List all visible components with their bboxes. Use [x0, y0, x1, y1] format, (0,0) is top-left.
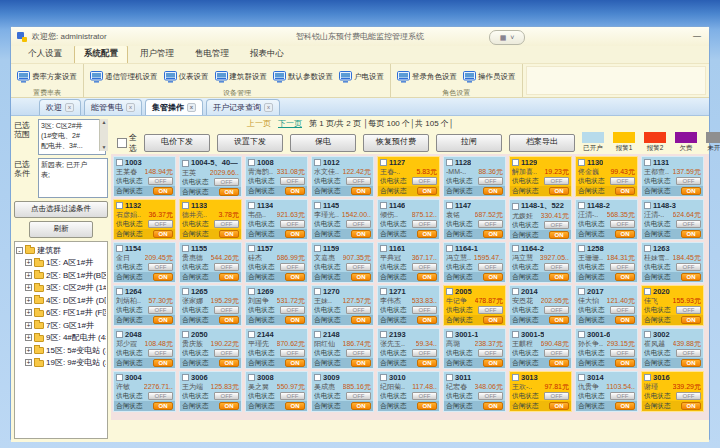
supply-off-button[interactable]: OFF: [148, 349, 173, 357]
meter-card[interactable]: 3001-6 孙长争.. 293.15元 供电状态 OFF: [575, 328, 638, 369]
meter-card[interactable]: 1157 硅杰 686.99元 供电状态 OFF 合闸状态: [245, 242, 308, 283]
supply-off-button[interactable]: OFF: [346, 306, 371, 314]
switch-on-button[interactable]: ON: [285, 230, 305, 238]
meter-card[interactable]: 1134 韦晶.. 921.63元 供电状态 OFF 合闸状: [245, 199, 308, 240]
document-tab[interactable]: 能管售电 x: [84, 99, 142, 115]
meter-card[interactable]: 2144 平瑾先 870.62元 供电状态 OFF 合闸状态: [245, 328, 308, 369]
switch-on-button[interactable]: ON: [285, 273, 305, 281]
meter-card[interactable]: 1130 佟金巍 99.43元 供电状态 OFF 合闸状态: [575, 156, 638, 197]
meter-card[interactable]: 1148-3 汪清-.. 624.64元 供电状态 OFF: [641, 199, 704, 240]
supply-off-button[interactable]: OFF: [214, 220, 239, 228]
card-checkbox[interactable]: [512, 203, 519, 210]
card-checkbox[interactable]: [314, 202, 321, 209]
card-checkbox[interactable]: [578, 159, 585, 166]
switch-on-button[interactable]: ON: [417, 402, 437, 410]
ribbon-button[interactable]: 默认参数设置: [270, 69, 336, 85]
supply-off-button[interactable]: OFF: [610, 177, 635, 185]
meter-card[interactable]: 1264 刘炳柏.. 57.30元 供电状态 OFF 合闸状: [113, 285, 176, 326]
supply-off-button[interactable]: OFF: [544, 263, 569, 271]
supply-off-button[interactable]: OFF: [214, 263, 239, 271]
meter-card[interactable]: 1258 王珊珊.. 184.31元 供电状态 OFF 合闸: [575, 242, 638, 283]
filter-select-button[interactable]: 点击选择过滤条件: [14, 201, 108, 218]
action-button[interactable]: 恢复预付费: [363, 134, 429, 152]
switch-on-button[interactable]: ON: [681, 230, 701, 238]
switch-on-button[interactable]: ON: [417, 187, 437, 195]
card-checkbox[interactable]: [314, 331, 321, 338]
document-tab[interactable]: 欢迎 x: [39, 99, 81, 115]
listbox-scrollbar[interactable]: ▲ ▼: [99, 119, 108, 151]
card-checkbox[interactable]: [182, 202, 189, 209]
supply-off-button[interactable]: OFF: [412, 392, 437, 400]
switch-on-button[interactable]: ON: [351, 316, 371, 324]
card-checkbox[interactable]: [380, 288, 387, 295]
meter-card[interactable]: 1128 -MM-.. 88.36元 供电状态 OFF 合闸: [443, 156, 506, 197]
card-checkbox[interactable]: [116, 331, 123, 338]
action-button[interactable]: 电价下发: [144, 134, 210, 152]
meter-card[interactable]: 1269 刘国争 531.72元 供电状态 OFF 合闸状态: [245, 285, 308, 326]
switch-on-button[interactable]: ON: [219, 273, 239, 281]
supply-off-button[interactable]: OFF: [346, 392, 371, 400]
switch-on-button[interactable]: ON: [615, 230, 635, 238]
switch-on-button[interactable]: ON: [417, 230, 437, 238]
switch-on-button[interactable]: ON: [483, 359, 503, 367]
ribbon-button[interactable]: 通信管理机设置: [87, 69, 161, 85]
switch-on-button[interactable]: ON: [549, 273, 569, 281]
tree-expand-icon[interactable]: +: [25, 359, 32, 366]
switch-on-button[interactable]: ON: [351, 187, 371, 195]
card-checkbox[interactable]: [380, 159, 387, 166]
card-checkbox[interactable]: [314, 245, 321, 252]
card-checkbox[interactable]: [248, 288, 255, 295]
tree-expand-icon[interactable]: +: [25, 259, 32, 266]
close-icon[interactable]: x: [65, 103, 74, 112]
document-tab[interactable]: 集管操作 x: [145, 99, 203, 115]
switch-on-button[interactable]: ON: [681, 316, 701, 324]
supply-off-button[interactable]: OFF: [676, 263, 701, 271]
switch-on-button[interactable]: ON: [285, 316, 305, 324]
supply-off-button[interactable]: OFF: [478, 220, 503, 228]
supply-off-button[interactable]: OFF: [676, 220, 701, 228]
switch-on-button[interactable]: ON: [219, 316, 239, 324]
meter-card[interactable]: 3001-5 王麒程 690.48元 供电状态 OFF 合闸: [509, 328, 572, 369]
switch-on-button[interactable]: ON: [549, 316, 569, 324]
supply-off-button[interactable]: OFF: [544, 392, 569, 400]
tree-expand-icon[interactable]: +: [25, 322, 32, 329]
menu-tab[interactable]: 用户管理: [131, 46, 183, 63]
action-button[interactable]: 保电: [290, 134, 356, 152]
meter-card[interactable]: 1164-1 冯立慧.. 1595.47.. 供电状态 OFF: [443, 242, 506, 283]
meter-card[interactable]: 3009 吴成惠 885.16元 供电状态 OFF 合闸状态: [311, 371, 374, 412]
card-checkbox[interactable]: [182, 331, 189, 338]
card-checkbox[interactable]: [116, 202, 123, 209]
switch-on-button[interactable]: ON: [219, 188, 239, 196]
meter-card[interactable]: 1133 德井亮.. 3.78元 供电状态 OFF 合闸状态: [179, 199, 242, 240]
card-checkbox[interactable]: [644, 331, 651, 338]
supply-off-button[interactable]: OFF: [148, 220, 173, 228]
switch-on-button[interactable]: ON: [219, 402, 239, 410]
meter-card[interactable]: 1265 张家娜 195.29元 供电状态 OFF 合闸状态: [179, 285, 242, 326]
ribbon-toggle-pill[interactable]: ▦ ˅: [489, 30, 525, 45]
supply-off-button[interactable]: OFF: [610, 220, 635, 228]
card-checkbox[interactable]: [116, 159, 123, 166]
supply-off-button[interactable]: OFF: [676, 392, 701, 400]
card-checkbox[interactable]: [314, 374, 321, 381]
card-checkbox[interactable]: [446, 202, 453, 209]
switch-on-button[interactable]: ON: [153, 273, 173, 281]
switch-on-button[interactable]: ON: [549, 187, 569, 195]
card-checkbox[interactable]: [512, 374, 519, 381]
close-icon[interactable]: x: [187, 103, 196, 112]
card-checkbox[interactable]: [248, 202, 255, 209]
meter-card[interactable]: 1154 金日 209.45元 供电状态 OFF 合闸状态: [113, 242, 176, 283]
switch-on-button[interactable]: ON: [285, 359, 305, 367]
meter-card[interactable]: 3002 崔风越 439.88元 供电状态 OFF 合闸状态: [641, 328, 704, 369]
switch-on-button[interactable]: ON: [153, 402, 173, 410]
next-page-link[interactable]: 下一页: [278, 118, 302, 129]
scroll-up-icon[interactable]: ▲: [100, 119, 108, 126]
meter-card[interactable]: 1161 平典冠 367.17.. 供电状态 OFF 合闸状: [377, 242, 440, 283]
supply-off-button[interactable]: OFF: [412, 177, 437, 185]
meter-card[interactable]: 1003 王某春 148.94元 供电状态 OFF 合闸状态: [113, 156, 176, 197]
switch-on-button[interactable]: ON: [351, 359, 371, 367]
supply-off-button[interactable]: OFF: [412, 306, 437, 314]
switch-on-button[interactable]: ON: [681, 273, 701, 281]
meter-card[interactable]: 1148-1、522 尤媛娃 330.41元 供电状态 OFF: [509, 199, 572, 240]
tree-collapse-icon[interactable]: -: [16, 247, 23, 254]
ribbon-button[interactable]: 操作员设置: [460, 69, 519, 85]
